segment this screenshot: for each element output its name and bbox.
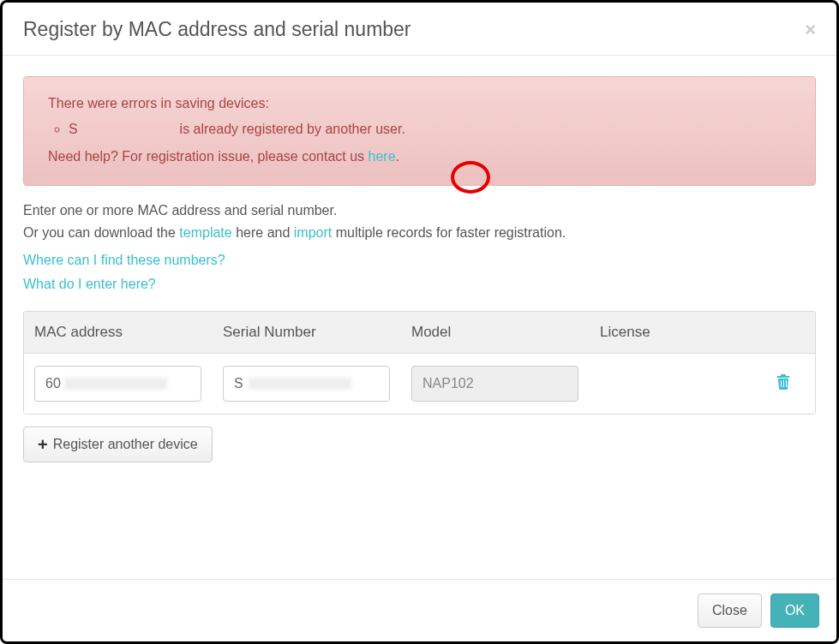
device-table: MAC address Serial Number Model License … <box>23 311 816 414</box>
serial-value-prefix: S <box>234 376 243 391</box>
contact-us-link[interactable]: here <box>369 149 396 164</box>
error-help-after: . <box>396 149 399 164</box>
template-link[interactable]: template <box>179 225 231 240</box>
trash-icon[interactable] <box>776 376 790 393</box>
dialog-footer: Close OK <box>3 579 836 641</box>
dialog-title: Register by MAC address and serial numbe… <box>23 18 411 41</box>
col-header-license: License <box>600 324 762 341</box>
error-alert: There were errors in saving devices: S i… <box>23 76 816 186</box>
redacted-serial <box>81 124 176 136</box>
dialog-body: There were errors in saving devices: S i… <box>3 56 836 480</box>
serial-redacted <box>249 378 351 390</box>
register-another-device-button[interactable]: + Register another device <box>23 426 213 462</box>
intro-line2-after: multiple records for faster registration… <box>332 225 566 240</box>
import-link[interactable]: import <box>294 225 332 240</box>
help-link-what-enter[interactable]: What do I enter here? <box>23 277 816 292</box>
serial-input[interactable]: S <box>223 366 390 402</box>
intro-line-2: Or you can download the template here an… <box>23 225 816 241</box>
mac-input[interactable]: 60 <box>34 366 201 402</box>
mac-redacted <box>64 378 167 390</box>
error-help-line: Need help? For registration issue, pleas… <box>48 149 791 164</box>
close-icon[interactable]: × <box>805 19 816 41</box>
add-device-label: Register another device <box>53 437 198 452</box>
error-help-before: Need help? For registration issue, pleas… <box>48 149 369 164</box>
plus-icon: + <box>38 435 48 455</box>
error-item-suffix: is already registered by another user. <box>180 122 405 136</box>
register-dialog: Register by MAC address and serial numbe… <box>0 0 839 644</box>
intro-line-1: Enter one or more MAC address and serial… <box>23 203 816 218</box>
table-row: 60 S NAP102 <box>24 354 815 414</box>
error-item: S is already registered by another user. <box>69 122 791 137</box>
annotation-circle <box>451 161 490 194</box>
help-link-find-numbers[interactable]: Where can I find these numbers? <box>23 253 816 268</box>
error-alert-title: There were errors in saving devices: <box>48 96 791 111</box>
ok-button[interactable]: OK <box>770 593 819 628</box>
model-field: NAP102 <box>411 366 578 402</box>
dialog-header: Register by MAC address and serial numbe… <box>3 3 836 56</box>
close-button[interactable]: Close <box>698 593 762 628</box>
mac-value-prefix: 60 <box>45 376 61 391</box>
col-header-mac: MAC address <box>34 324 223 341</box>
intro-line2-before: Or you can download the <box>23 225 179 240</box>
table-header-row: MAC address Serial Number Model License <box>24 312 815 354</box>
col-header-serial: Serial Number <box>223 324 411 341</box>
error-list: S is already registered by another user. <box>69 122 791 137</box>
col-header-model: Model <box>411 324 600 341</box>
error-item-prefix: S <box>69 122 78 136</box>
intro-line2-mid: here and <box>232 225 294 240</box>
